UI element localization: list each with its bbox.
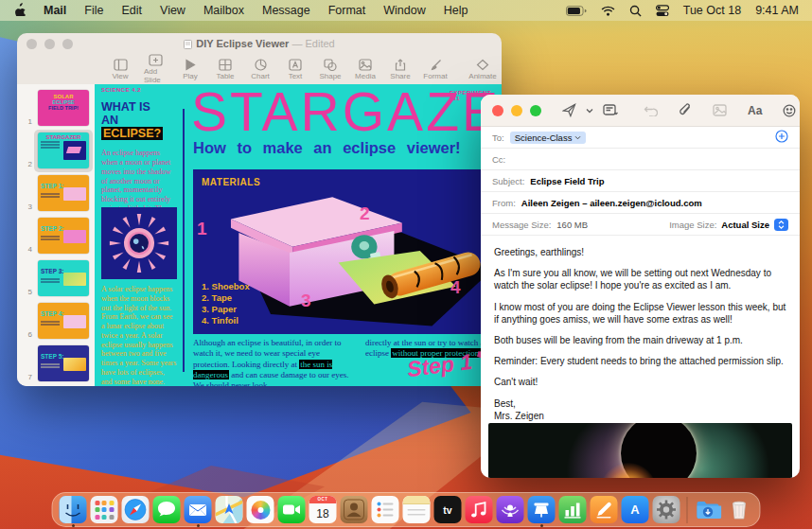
zoom-button[interactable] xyxy=(530,105,541,116)
menu-item-window[interactable]: Window xyxy=(383,4,425,17)
image-size-label: Image Size: xyxy=(669,220,716,230)
dock-icon-notes[interactable] xyxy=(403,496,431,523)
shape-button[interactable]: Shape xyxy=(319,59,342,80)
to-field[interactable]: To: Science-Class xyxy=(481,127,800,149)
dock-icon-trash[interactable] xyxy=(726,496,753,523)
slide-thumbnail-8[interactable]: DID YOU KNO xyxy=(17,385,95,386)
slide-thumbnail-2-selected[interactable]: 2 STARGAZER xyxy=(17,130,95,172)
menu-item-mailbox[interactable]: Mailbox xyxy=(203,4,244,17)
menu-item-message[interactable]: Message xyxy=(262,4,310,17)
dock-icon-finder[interactable] xyxy=(60,496,87,523)
chart-icon xyxy=(255,59,267,71)
header-fields-icon xyxy=(603,104,619,116)
menu-item-format[interactable]: Format xyxy=(328,4,366,17)
dock-icon-launchpad[interactable] xyxy=(91,496,118,523)
control-center-icon[interactable] xyxy=(656,5,669,17)
menu-item-help[interactable]: Help xyxy=(444,4,468,17)
thumb-title: STEP 4: xyxy=(38,309,63,317)
running-indicator xyxy=(540,524,543,527)
play-button[interactable]: Play xyxy=(179,59,202,80)
dock-icon-maps[interactable] xyxy=(216,496,243,523)
share-button[interactable]: Share xyxy=(389,59,412,80)
attach-button[interactable] xyxy=(671,103,699,117)
subject-value[interactable]: Eclipse Field Trip xyxy=(530,176,604,186)
from-value[interactable]: Aileen Zeigen – aileen.zeigen@icloud.com xyxy=(521,198,702,208)
keynote-window: DIY Eclipse Viewer — Edited View Add Sli… xyxy=(17,33,502,386)
chart-button[interactable]: Chart xyxy=(249,59,272,80)
menu-item-file[interactable]: File xyxy=(84,4,103,17)
dock-icon-music[interactable] xyxy=(466,496,493,523)
search-icon[interactable] xyxy=(629,5,642,17)
format-button[interactable]: Format xyxy=(424,59,447,80)
minimize-button[interactable] xyxy=(511,105,522,116)
play-icon xyxy=(185,59,196,71)
outro-column-1: Although an eclipse is beautiful, in ord… xyxy=(193,338,356,386)
slide-thumbnail-4[interactable]: 4 STEP 2: xyxy=(17,215,95,257)
sun-illustration-box xyxy=(101,207,177,279)
menu-time[interactable]: 9:41 AM xyxy=(755,4,799,17)
dock-icon-reminders[interactable] xyxy=(372,496,399,523)
slide-thumbnail-5[interactable]: 5 STEP 3: xyxy=(17,257,95,300)
dock-icon-app-store[interactable]: A xyxy=(622,496,649,523)
emoji-button[interactable] xyxy=(775,104,800,117)
materials-number-1: 1 xyxy=(197,219,207,239)
size-row: Message Size: 160 MB Image Size: Actual … xyxy=(481,214,800,236)
dock-icon-photos[interactable] xyxy=(247,496,274,523)
undo-button[interactable] xyxy=(636,104,665,116)
dock-icon-downloads[interactable] xyxy=(695,496,722,523)
wifi-icon[interactable] xyxy=(601,6,615,16)
animate-button[interactable]: Animate xyxy=(471,59,494,80)
subject-label: Subject: xyxy=(492,176,524,186)
slide-thumbnail-6[interactable]: 6 STEP 4: xyxy=(17,300,95,343)
slide-canvas[interactable]: SCIENCE 4.2 EXPERIMENT #11 WHAT IS AN EC… xyxy=(95,84,502,386)
thumb-title: STARGAZER xyxy=(38,134,89,140)
menu-item-edit[interactable]: Edit xyxy=(121,4,142,17)
dock-icon-pages[interactable] xyxy=(591,496,618,523)
message-size-value: 160 MB xyxy=(556,220,588,230)
photo-browser-button[interactable] xyxy=(705,104,734,116)
thumb-title-line: FIELD TRIP! xyxy=(38,105,89,111)
send-options-button[interactable] xyxy=(584,108,595,114)
send-button[interactable] xyxy=(555,103,584,117)
subject-field[interactable]: Subject: Eclipse Field Trip xyxy=(481,170,800,192)
add-slide-button[interactable]: Add Slide xyxy=(144,54,167,84)
header-fields-button[interactable] xyxy=(595,104,627,116)
menu-item-view[interactable]: View xyxy=(160,4,185,17)
fonts-button[interactable]: Aa xyxy=(740,104,769,117)
slide-thumbnail-3[interactable]: 3 STEP 1: xyxy=(17,172,95,215)
dock-icon-podcasts[interactable] xyxy=(497,496,524,523)
shape-icon xyxy=(324,59,337,71)
slide-number: 4 xyxy=(21,245,32,254)
dock-icon-calendar[interactable]: OCT 18 xyxy=(309,496,337,523)
eclipse-photo-attachment[interactable] xyxy=(488,423,792,478)
dock-icon-tv[interactable]: tv xyxy=(434,496,462,523)
add-recipient-button[interactable] xyxy=(775,130,788,145)
view-button[interactable]: View xyxy=(109,59,132,80)
close-button[interactable] xyxy=(492,105,503,116)
battery-icon[interactable] xyxy=(566,6,587,16)
image-size-stepper[interactable] xyxy=(774,219,788,231)
slide-thumbnail-7[interactable]: 7 STEP 5: xyxy=(17,343,95,385)
menu-app-name[interactable]: Mail xyxy=(44,4,66,17)
dock-icon-keynote[interactable] xyxy=(528,496,556,523)
media-button[interactable]: Media xyxy=(354,59,377,80)
text-button[interactable]: Text xyxy=(284,59,307,80)
image-size-value[interactable]: Actual Size xyxy=(721,220,769,230)
dock-icon-facetime[interactable] xyxy=(278,496,306,523)
tv-logo: tv xyxy=(443,504,451,516)
slide-thumbnail-1[interactable]: 1 SOLAR ECLIPSE FIELD TRIP! xyxy=(17,87,95,130)
menu-date[interactable]: Tue Oct 18 xyxy=(683,4,741,17)
from-field[interactable]: From: Aileen Zeigen – aileen.zeigen@iclo… xyxy=(481,192,800,214)
dock-icon-numbers[interactable] xyxy=(559,496,587,523)
dock-icon-mail[interactable] xyxy=(185,496,212,523)
table-button[interactable]: Table xyxy=(214,59,237,80)
materials-box: MATERIALS 1 2 3 4 1. Shoebox 2. Tape 3. … xyxy=(193,169,502,334)
dock-icon-messages[interactable] xyxy=(153,496,181,523)
apple-logo-icon[interactable] xyxy=(13,2,26,19)
dock-icon-safari[interactable] xyxy=(122,496,150,523)
cc-field[interactable]: Cc: xyxy=(481,149,800,170)
dock-icon-system-settings[interactable] xyxy=(653,496,680,523)
recipient-token[interactable]: Science-Class xyxy=(510,132,587,144)
dock-icon-contacts[interactable] xyxy=(341,496,368,523)
message-body[interactable]: Greetings, earthlings! As I'm sure you a… xyxy=(481,239,800,478)
